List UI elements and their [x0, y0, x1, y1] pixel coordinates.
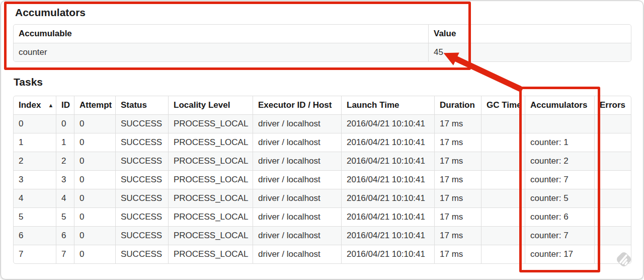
id-column-header[interactable]: ID — [56, 96, 74, 114]
task-cell-executor_id_host: driver / localhost — [253, 207, 341, 226]
task-cell-errors — [594, 189, 631, 207]
task-cell-gc_time — [481, 133, 525, 152]
task-cell-status: SUCCESS — [115, 170, 168, 189]
locality-level-column-header[interactable]: Locality Level — [168, 96, 253, 114]
task-cell-locality_level: PROCESS_LOCAL — [168, 189, 253, 207]
task-row: 550SUCCESSPROCESS_LOCALdriver / localhos… — [14, 207, 631, 226]
task-cell-accumulators: counter: 5 — [525, 189, 594, 207]
task-cell-gc_time — [481, 114, 525, 133]
task-cell-errors — [594, 114, 631, 133]
task-cell-index: 7 — [14, 245, 56, 263]
task-row: 660SUCCESSPROCESS_LOCALdriver / localhos… — [14, 226, 631, 245]
task-cell-locality_level: PROCESS_LOCAL — [168, 114, 253, 133]
duration-column-header[interactable]: Duration — [434, 96, 481, 114]
task-cell-id: 6 — [56, 226, 74, 245]
accumulable-cell-value: 45 — [428, 43, 631, 61]
task-cell-attempt: 0 — [74, 207, 115, 226]
task-cell-launch_time: 2016/04/21 10:10:41 — [341, 170, 434, 189]
sort-ascending-icon: ▲ — [48, 102, 53, 108]
task-cell-index: 0 — [14, 114, 56, 133]
task-cell-attempt: 0 — [74, 245, 115, 263]
accumulators-column-header[interactable]: Accumulators — [525, 96, 594, 114]
task-cell-locality_level: PROCESS_LOCAL — [168, 245, 253, 263]
task-row: 770SUCCESSPROCESS_LOCALdriver / localhos… — [14, 245, 631, 263]
index-column-header[interactable]: Index▲ — [14, 96, 56, 114]
task-cell-locality_level: PROCESS_LOCAL — [168, 133, 253, 152]
task-cell-duration: 17 ms — [434, 245, 481, 263]
tasks-section-title: Tasks — [14, 76, 43, 88]
launch-time-column-header[interactable]: Launch Time — [341, 96, 434, 114]
task-cell-status: SUCCESS — [115, 189, 168, 207]
task-cell-accumulators: counter: 6 — [525, 207, 594, 226]
executor-id-host-column-header[interactable]: Executor ID / Host — [253, 96, 341, 114]
task-cell-attempt: 0 — [74, 133, 115, 152]
task-cell-status: SUCCESS — [115, 245, 168, 263]
attempt-column-header[interactable]: Attempt — [74, 96, 115, 114]
task-cell-duration: 17 ms — [434, 226, 481, 245]
errors-column-header[interactable]: Errors — [594, 96, 631, 114]
task-cell-launch_time: 2016/04/21 10:10:41 — [341, 189, 434, 207]
task-cell-gc_time — [481, 170, 525, 189]
task-cell-executor_id_host: driver / localhost — [253, 226, 341, 245]
task-cell-executor_id_host: driver / localhost — [253, 114, 341, 133]
task-row: 000SUCCESSPROCESS_LOCALdriver / localhos… — [14, 114, 631, 133]
accumulators-table-body: counter45 — [14, 43, 631, 61]
task-cell-accumulators: counter: 7 — [525, 226, 594, 245]
task-cell-attempt: 0 — [74, 114, 115, 133]
tasks-table-body: 000SUCCESSPROCESS_LOCALdriver / localhos… — [14, 114, 631, 263]
task-cell-errors — [594, 170, 631, 189]
task-cell-id: 0 — [56, 114, 74, 133]
task-cell-id: 2 — [56, 152, 74, 170]
task-cell-accumulators — [525, 114, 594, 133]
task-cell-launch_time: 2016/04/21 10:10:41 — [341, 152, 434, 170]
task-cell-launch_time: 2016/04/21 10:10:41 — [341, 114, 434, 133]
status-column-header[interactable]: Status — [115, 96, 168, 114]
task-cell-launch_time: 2016/04/21 10:10:41 — [341, 133, 434, 152]
gc-time-column-header[interactable]: GC Time — [481, 96, 525, 114]
task-cell-status: SUCCESS — [115, 207, 168, 226]
task-cell-locality_level: PROCESS_LOCAL — [168, 207, 253, 226]
accumulable-row: counter45 — [14, 43, 631, 61]
task-cell-executor_id_host: driver / localhost — [253, 245, 341, 263]
task-cell-locality_level: PROCESS_LOCAL — [168, 170, 253, 189]
task-cell-executor_id_host: driver / localhost — [253, 152, 341, 170]
task-cell-errors — [594, 226, 631, 245]
task-cell-executor_id_host: driver / localhost — [253, 133, 341, 152]
accumulators-table: Accumulable Value counter45 — [13, 24, 631, 62]
column-header-label: Index — [19, 100, 41, 110]
task-cell-id: 7 — [56, 245, 74, 263]
task-cell-attempt: 0 — [74, 226, 115, 245]
task-cell-duration: 17 ms — [434, 152, 481, 170]
task-cell-status: SUCCESS — [115, 152, 168, 170]
task-cell-executor_id_host: driver / localhost — [253, 189, 341, 207]
task-cell-gc_time — [481, 152, 525, 170]
accumulable-column-header: Accumulable — [14, 25, 428, 43]
task-cell-id: 1 — [56, 133, 74, 152]
task-cell-status: SUCCESS — [115, 226, 168, 245]
task-cell-locality_level: PROCESS_LOCAL — [168, 152, 253, 170]
task-cell-errors — [594, 152, 631, 170]
spark-stage-page: Accumulators Accumulable Value counter45… — [0, 0, 644, 280]
task-cell-gc_time — [481, 245, 525, 263]
task-cell-duration: 17 ms — [434, 133, 481, 152]
task-cell-index: 3 — [14, 170, 56, 189]
task-cell-index: 4 — [14, 189, 56, 207]
task-cell-launch_time: 2016/04/21 10:10:41 — [341, 207, 434, 226]
task-row: 110SUCCESSPROCESS_LOCALdriver / localhos… — [14, 133, 631, 152]
task-cell-id: 4 — [56, 189, 74, 207]
task-cell-status: SUCCESS — [115, 133, 168, 152]
task-cell-duration: 17 ms — [434, 170, 481, 189]
task-cell-gc_time — [481, 226, 525, 245]
task-cell-index: 1 — [14, 133, 56, 152]
task-cell-duration: 17 ms — [434, 207, 481, 226]
accumulators-header-row: Accumulable Value — [14, 25, 631, 43]
task-cell-accumulators: counter: 17 — [525, 245, 594, 263]
task-cell-accumulators: counter: 7 — [525, 170, 594, 189]
task-cell-attempt: 0 — [74, 189, 115, 207]
task-cell-attempt: 0 — [74, 152, 115, 170]
accumulators-section-title: Accumulators — [15, 7, 86, 19]
task-row: 440SUCCESSPROCESS_LOCALdriver / localhos… — [14, 189, 631, 207]
task-row: 220SUCCESSPROCESS_LOCALdriver / localhos… — [14, 152, 631, 170]
task-cell-index: 2 — [14, 152, 56, 170]
accumulable-cell-accumulable: counter — [14, 43, 428, 61]
